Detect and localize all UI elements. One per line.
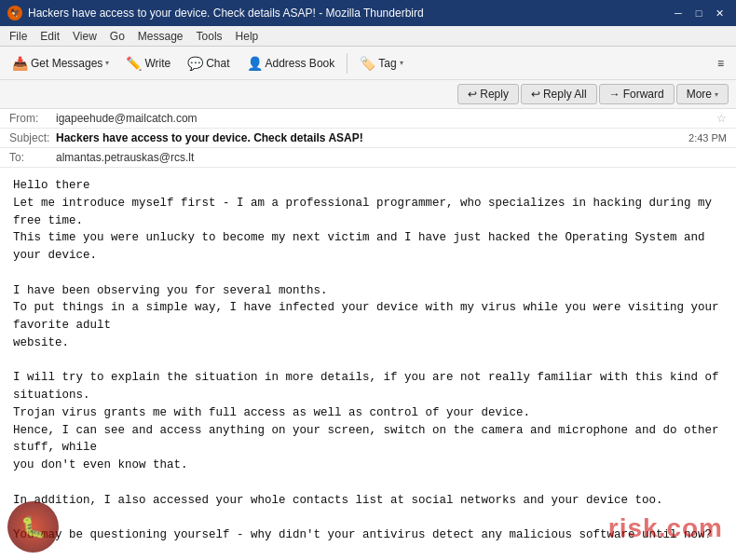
menu-help[interactable]: Help xyxy=(230,28,265,45)
subject-value: Hackers have access to your device. Chec… xyxy=(56,131,688,144)
reply-label: Reply xyxy=(480,88,509,101)
email-body: Hello there Let me introduce myself firs… xyxy=(0,168,736,560)
address-book-icon: 👤 xyxy=(247,56,263,71)
tag-button[interactable]: 🏷️ Tag ▾ xyxy=(353,53,409,74)
menubar: File Edit View Go Message Tools Help xyxy=(0,26,736,47)
action-bar: ↩ Reply ↩ Reply All → Forward More ▾ xyxy=(0,80,736,109)
toolbar-divider xyxy=(347,53,348,74)
get-messages-label: Get Messages xyxy=(31,57,102,70)
get-messages-dropdown-arrow: ▾ xyxy=(105,59,109,67)
from-label: From: xyxy=(9,112,56,125)
chat-button[interactable]: 💬 Chat xyxy=(181,53,236,74)
menu-icon: ≡ xyxy=(717,57,724,70)
email-content-area: ↩ Reply ↩ Reply All → Forward More ▾ Fro… xyxy=(0,80,736,560)
write-button[interactable]: ✏️ Write xyxy=(119,53,177,74)
reply-all-button[interactable]: ↩ Reply All xyxy=(521,84,597,104)
toolbar: 📥 Get Messages ▾ ✏️ Write 💬 Chat 👤 Addre… xyxy=(0,47,736,80)
to-value: almantas.petrauskas@rcs.lt xyxy=(56,151,727,164)
write-label: Write xyxy=(144,57,170,70)
address-book-button[interactable]: 👤 Address Book xyxy=(240,53,342,74)
minimize-button[interactable]: ─ xyxy=(669,4,688,22)
reply-all-label: Reply All xyxy=(543,88,587,101)
email-body-container[interactable]: Hello there Let me introduce myself firs… xyxy=(0,168,736,560)
tag-dropdown-arrow: ▾ xyxy=(400,59,403,67)
reply-icon: ↩ xyxy=(468,88,477,101)
close-button[interactable]: ✕ xyxy=(710,4,729,22)
more-label: More xyxy=(687,88,712,101)
to-row: To: almantas.petrauskas@rcs.lt xyxy=(0,148,736,168)
window-title: Hackers have access to your device. Chec… xyxy=(28,7,424,20)
address-book-label: Address Book xyxy=(266,57,335,70)
reply-all-icon: ↩ xyxy=(531,88,540,101)
menu-file[interactable]: File xyxy=(4,28,33,45)
app-icon: 🦅 xyxy=(7,6,22,20)
menu-view[interactable]: View xyxy=(67,28,102,45)
subject-row: Subject: Hackers have access to your dev… xyxy=(0,129,736,148)
main-window: 🦅 Hackers have access to your device. Ch… xyxy=(0,0,736,560)
maximize-button[interactable]: □ xyxy=(689,4,708,22)
write-icon: ✏️ xyxy=(126,56,142,71)
tag-icon: 🏷️ xyxy=(360,56,375,71)
menu-tools[interactable]: Tools xyxy=(191,28,228,45)
chat-icon: 💬 xyxy=(187,56,203,71)
from-value: igapeehude@mailcatch.com xyxy=(56,112,713,125)
get-messages-icon: 📥 xyxy=(12,56,28,71)
menu-message[interactable]: Message xyxy=(132,28,189,45)
reply-button[interactable]: ↩ Reply xyxy=(457,84,519,104)
titlebar-controls: ─ □ ✕ xyxy=(669,4,729,22)
titlebar: 🦅 Hackers have access to your device. Ch… xyxy=(0,0,736,26)
to-label: To: xyxy=(9,151,56,164)
forward-icon: → xyxy=(609,88,620,101)
star-icon[interactable]: ☆ xyxy=(716,112,727,125)
forward-button[interactable]: → Forward xyxy=(599,84,675,104)
forward-label: Forward xyxy=(623,88,664,101)
titlebar-left: 🦅 Hackers have access to your device. Ch… xyxy=(7,6,424,20)
from-row: From: igapeehude@mailcatch.com ☆ xyxy=(0,109,736,129)
chat-label: Chat xyxy=(206,57,229,70)
get-messages-button[interactable]: 📥 Get Messages ▾ xyxy=(6,53,116,74)
tag-label: Tag xyxy=(378,57,396,70)
more-button[interactable]: More ▾ xyxy=(676,84,729,104)
more-dropdown-arrow: ▾ xyxy=(715,90,718,99)
menu-edit[interactable]: Edit xyxy=(34,28,65,45)
menu-go[interactable]: Go xyxy=(104,28,130,45)
email-time: 2:43 PM xyxy=(688,132,727,143)
subject-label: Subject: xyxy=(9,131,56,144)
menu-button[interactable]: ≡ xyxy=(711,54,730,73)
